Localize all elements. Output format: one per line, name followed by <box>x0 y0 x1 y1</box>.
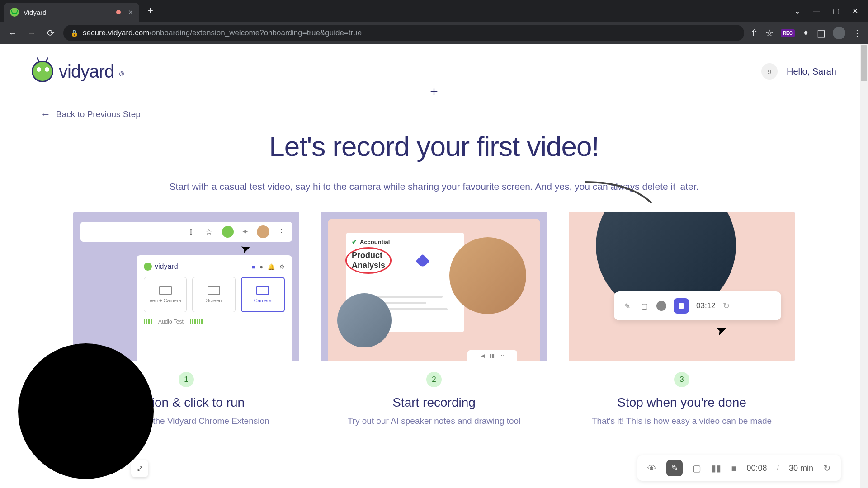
back-button[interactable]: ← <box>6 28 19 38</box>
forward-button[interactable]: → <box>25 28 38 38</box>
step-number-1: 1 <box>179 372 194 387</box>
tab-dropdown-icon[interactable]: ⌄ <box>794 7 800 15</box>
accountial-brand: Accountial <box>360 239 390 245</box>
puzzle-icon: ✦ <box>242 227 249 237</box>
page-subtitle: Start with a casual test video, say hi t… <box>0 181 868 192</box>
page-content: vidyard® 9 Hello, Sarah + ← Back to Prev… <box>0 44 868 488</box>
url-path: /onboarding/extension_welcome?onboarding… <box>149 28 362 37</box>
minimize-icon[interactable]: ― <box>813 7 820 15</box>
logo-text: vidyard <box>59 61 114 82</box>
close-window-icon[interactable]: ✕ <box>852 7 858 15</box>
menu-icon[interactable]: ⋮ <box>853 28 862 38</box>
recording-indicator-icon <box>116 10 121 14</box>
total-time: 30 min <box>789 464 813 473</box>
notes-icon[interactable]: ▢ <box>693 463 701 474</box>
star-icon: ☆ <box>204 227 214 237</box>
recording-time: 03:12 <box>696 301 716 310</box>
tab-title: Vidyard <box>24 9 112 16</box>
share-icon: ⇧ <box>186 227 196 237</box>
profile-avatar-icon[interactable] <box>833 27 845 39</box>
cursor-icon: ➤ <box>713 320 729 339</box>
panel-brand: vidyard <box>155 263 178 271</box>
back-to-previous-step-link[interactable]: ← Back to Previous Step <box>0 99 868 120</box>
restart-icon[interactable]: ↻ <box>823 463 831 474</box>
window-controls: ⌄ ― ▢ ✕ <box>794 7 868 15</box>
cursor-icon: ➤ <box>238 240 252 257</box>
stop-button-icon <box>674 298 689 314</box>
arrow-left-icon: ← <box>41 108 51 120</box>
mode-screen-camera: een + Camera <box>150 298 181 303</box>
record-dot-icon <box>656 301 666 311</box>
browser-toolbar: ← → ⟳ 🔒 secure.vidyard.com/onboarding/ex… <box>0 22 868 44</box>
pen-icon: ✎ <box>622 301 632 311</box>
scrollbar[interactable] <box>860 44 868 488</box>
eye-icon[interactable]: 👁 <box>647 463 656 474</box>
mode-camera: Camera <box>254 298 272 303</box>
vidyard-logo[interactable]: vidyard® <box>32 61 124 82</box>
new-tab-button[interactable]: + <box>147 5 153 17</box>
bookmark-icon[interactable]: ☆ <box>765 28 774 38</box>
photo-circle-1 <box>449 237 526 314</box>
dots-icon: ⋮ <box>278 227 286 237</box>
step-2-desc: Try out our AI speaker notes and drawing… <box>321 416 547 426</box>
audio-test-label: Audio Test <box>158 319 184 325</box>
step-2-title: Start recording <box>321 395 547 410</box>
photo-circle-2 <box>337 293 392 347</box>
elapsed-time: 00:08 <box>746 464 767 473</box>
curve-decoration-icon <box>583 180 656 207</box>
plus-icon: + <box>430 84 438 99</box>
pen-icon <box>415 254 429 268</box>
address-bar[interactable]: 🔒 secure.vidyard.com/onboarding/extensio… <box>63 25 744 41</box>
url-host: secure.vidyard.com <box>83 28 149 37</box>
webcam-bubble[interactable] <box>18 343 154 479</box>
plus-decoration: + <box>0 84 868 99</box>
step-card-2: ✔Accountial Product Analysis ◀▮▮⋯ 2 Star… <box>321 212 547 426</box>
lock-icon: 🔒 <box>71 29 78 37</box>
recording-toolbar[interactable]: 👁 ✎ ▢ ▮▮ ■ 00:08 / 30 min ↻ <box>637 455 841 481</box>
maximize-icon[interactable]: ▢ <box>833 7 840 15</box>
greeting-text: Hello, Sarah <box>787 66 836 77</box>
extensions-icon[interactable]: ✦ <box>802 28 810 38</box>
close-tab-icon[interactable]: × <box>128 8 133 17</box>
stop-icon[interactable]: ■ <box>731 463 736 474</box>
rec-extension-badge[interactable]: REC <box>781 29 795 37</box>
back-link-text: Back to Previous Step <box>56 109 141 119</box>
share-icon[interactable]: ⇧ <box>750 28 758 38</box>
page-title: Let's record your first video! <box>0 130 868 162</box>
side-panel-icon[interactable]: ◫ <box>817 28 826 38</box>
browser-tab[interactable]: Vidyard × <box>4 3 139 22</box>
step-2-illustration: ✔Accountial Product Analysis ◀▮▮⋯ <box>321 212 547 361</box>
reload-button[interactable]: ⟳ <box>44 28 57 38</box>
user-greeting: 9 Hello, Sarah <box>761 63 836 80</box>
page-header: vidyard® 9 Hello, Sarah <box>0 44 868 87</box>
step-3-illustration: ✎ ▢ 03:12 ↻ ➤ <box>569 212 795 361</box>
vidyard-extension-icon <box>222 226 234 238</box>
screen-icon: ▢ <box>639 301 649 311</box>
avatar-icon <box>257 225 269 238</box>
mode-screen: Screen <box>206 298 222 303</box>
draw-tool-button[interactable]: ✎ <box>666 460 683 476</box>
expand-webcam-button[interactable]: ⤢ <box>131 460 148 477</box>
logo-bug-icon <box>32 61 53 82</box>
step-3-title: Stop when you're done <box>569 395 795 410</box>
step-card-3: ✎ ▢ 03:12 ↻ ➤ 3 Stop when you're done Th… <box>569 212 795 426</box>
notification-badge[interactable]: 9 <box>761 63 778 80</box>
step-number-3: 3 <box>674 372 689 387</box>
browser-tab-strip: Vidyard × + ⌄ ― ▢ ✕ <box>0 0 868 22</box>
step-1-illustration: ⇧ ☆ ✦ ⋮ ➤ vidyard ■●🔔⚙ een + Camera Scre <box>73 212 299 361</box>
time-separator: / <box>777 464 779 472</box>
step-number-2: 2 <box>426 372 442 387</box>
pause-icon[interactable]: ▮▮ <box>711 463 721 474</box>
tab-favicon-icon <box>10 8 19 17</box>
step-3-desc: That's it! This is how easy a video can … <box>569 416 795 426</box>
refresh-icon: ↻ <box>723 301 730 311</box>
